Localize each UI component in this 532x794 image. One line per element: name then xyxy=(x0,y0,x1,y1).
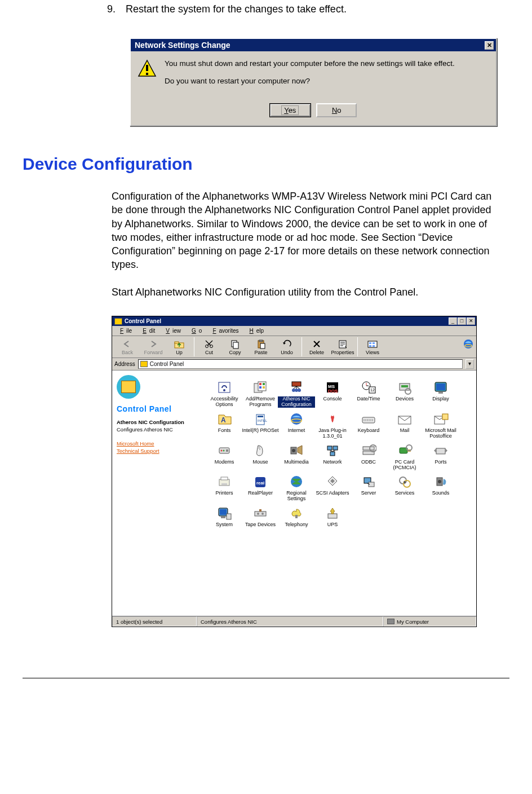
app-icon xyxy=(252,380,269,395)
svg-rect-54 xyxy=(258,416,263,417)
cp-item-date-time[interactable]: 12Date/Time xyxy=(351,380,386,408)
cp-item-add-remove-programs[interactable]: Add/Remove Programs xyxy=(243,380,278,408)
svg-text:INTEL: INTEL xyxy=(258,419,268,422)
yes-button[interactable]: Yes xyxy=(270,104,311,117)
toolbar-up[interactable]: Up xyxy=(166,338,192,356)
cp-item-network[interactable]: Network xyxy=(315,443,350,471)
close-button[interactable]: ✕ xyxy=(467,317,475,325)
address-value: Control Panel xyxy=(150,361,184,367)
link-microsoft-home[interactable]: Microsoft Home xyxy=(117,440,192,447)
svg-rect-19 xyxy=(369,345,371,347)
toolbar-views[interactable]: Views xyxy=(360,338,385,356)
control-panel-icon xyxy=(117,375,140,399)
svg-rect-105 xyxy=(221,517,225,518)
cp-item-printers[interactable]: Printers xyxy=(207,474,242,502)
svg-rect-1 xyxy=(146,65,148,71)
step-9: 9. Restart the system for the changes to… xyxy=(107,3,521,15)
cp-item-atheros-nic-configuration[interactable]: Atheros NIC Configuration xyxy=(279,380,314,408)
toolbar-undo[interactable]: Undo xyxy=(274,338,300,356)
cp-item-accessibility-options[interactable]: Accessibility Options xyxy=(207,380,242,408)
menu-file[interactable]: File xyxy=(114,327,135,334)
address-dropdown[interactable]: ▾ xyxy=(466,359,474,369)
menu-edit[interactable]: Edit xyxy=(137,327,158,334)
no-button[interactable]: No xyxy=(316,103,357,117)
window-title: Control Panel xyxy=(125,318,449,324)
computer-icon xyxy=(387,619,394,624)
menu-favorites[interactable]: Favorites xyxy=(207,327,241,334)
app-icon xyxy=(216,443,233,458)
svg-rect-107 xyxy=(255,511,266,516)
svg-point-70 xyxy=(221,449,223,451)
cp-item-keyboard[interactable]: Keyboard xyxy=(351,411,386,439)
toolbar-paste[interactable]: Paste xyxy=(248,338,274,356)
toolbar-copy[interactable]: Copy xyxy=(222,338,248,356)
menu-help[interactable]: Help xyxy=(244,327,267,334)
svg-rect-91 xyxy=(221,483,227,485)
app-icon xyxy=(396,474,413,489)
cp-item-regional-settings[interactable]: Regional Settings xyxy=(279,474,314,502)
cp-item-microsoft-mail-postoffice[interactable]: Microsoft Mail Postoffice xyxy=(423,411,458,439)
cp-item-sounds[interactable]: Sounds xyxy=(423,474,458,502)
side-panel: Control Panel Atheros NIC Configuration … xyxy=(112,370,197,616)
menu-go[interactable]: Go xyxy=(186,327,205,334)
minimize-button[interactable]: _ xyxy=(449,317,457,325)
svg-rect-11 xyxy=(260,343,265,349)
cp-item-internet[interactable]: Internet xyxy=(279,411,314,439)
app-icon: 12 xyxy=(360,380,377,395)
cp-item-telephony[interactable]: Telephony xyxy=(279,505,314,528)
app-icon xyxy=(324,505,341,521)
app-icon xyxy=(432,380,449,395)
address-bar[interactable]: Control Panel xyxy=(138,359,463,369)
maximize-button[interactable]: □ xyxy=(458,317,466,325)
arrow-left-icon xyxy=(122,339,133,349)
cp-item-system[interactable]: System xyxy=(207,505,242,528)
toolbar-cut[interactable]: Cut xyxy=(196,338,222,356)
svg-rect-112 xyxy=(328,514,337,518)
app-icon xyxy=(288,380,305,395)
svg-text:real: real xyxy=(256,480,264,486)
cp-item-scsi-adapters[interactable]: SCSI Adapters xyxy=(315,474,350,502)
svg-line-37 xyxy=(296,386,299,389)
cp-item-realplayer[interactable]: realRealPlayer xyxy=(243,474,278,502)
cp-item-intel-r-proset[interactable]: INTELIntel(R) PROSet xyxy=(243,411,278,439)
toolbar-properties[interactable]: Properties xyxy=(330,338,356,356)
cp-item-display[interactable]: Display xyxy=(423,380,458,408)
menu-view[interactable]: View xyxy=(160,327,184,334)
cp-item-devices[interactable]: Devices xyxy=(387,380,422,408)
app-icon xyxy=(360,474,377,489)
cp-item-modems[interactable]: Modems xyxy=(207,443,242,471)
app-icon xyxy=(360,443,377,458)
cp-item-ups[interactable]: UPS xyxy=(315,505,350,528)
cp-item-pc-card-pcmcia-[interactable]: PC Card (PCMCIA) xyxy=(387,443,422,471)
cp-item-ports[interactable]: Ports xyxy=(423,443,458,471)
delete-icon xyxy=(311,339,322,349)
link-technical-support[interactable]: Technical Support xyxy=(117,448,192,454)
svg-rect-20 xyxy=(373,345,375,347)
app-icon xyxy=(288,411,305,427)
svg-rect-18 xyxy=(373,342,375,344)
cp-item-mouse[interactable]: Mouse xyxy=(243,443,278,471)
close-icon[interactable]: ✕ xyxy=(485,41,494,50)
cp-item-odbc[interactable]: ODBC xyxy=(351,443,386,471)
app-icon xyxy=(432,443,449,458)
app-icon xyxy=(324,443,341,458)
svg-rect-17 xyxy=(369,342,371,344)
svg-line-35 xyxy=(294,386,296,389)
cp-item-mail[interactable]: Mail xyxy=(387,411,422,439)
cp-item-tape-devices[interactable]: Tape Devices xyxy=(243,505,278,528)
svg-rect-106 xyxy=(227,514,231,519)
svg-rect-72 xyxy=(226,449,228,452)
cp-item-services[interactable]: Services xyxy=(387,474,422,502)
side-description: Configures Atheros NIC xyxy=(117,426,192,433)
app-icon xyxy=(324,411,341,427)
status-mid: Configures Atheros NIC xyxy=(197,616,383,627)
toolbar-delete[interactable]: Delete xyxy=(304,338,330,356)
svg-rect-74 xyxy=(258,446,260,449)
cp-item-java-plug-in-1-3-0-01[interactable]: Java Plug-in 1.3.0_01 xyxy=(315,411,350,439)
dialog-line2: Do you want to restart your computer now… xyxy=(165,77,455,85)
cp-item-console[interactable]: MSDOSConsole xyxy=(315,380,350,408)
app-icon: INTEL xyxy=(252,411,269,427)
cp-item-server[interactable]: Server xyxy=(351,474,386,502)
cp-item-multimedia[interactable]: Multimedia xyxy=(279,443,314,471)
cp-item-fonts[interactable]: AFonts xyxy=(207,411,242,439)
